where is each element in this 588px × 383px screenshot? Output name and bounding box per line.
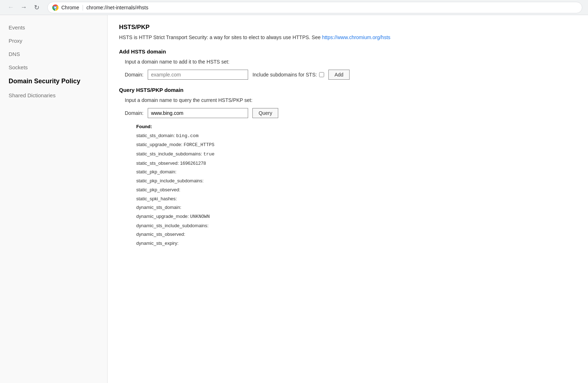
- result-found-label: Found:: [136, 122, 577, 131]
- content-area: HSTS/PKP HSTS is HTTP Strict Transport S…: [108, 15, 588, 383]
- sidebar-item-domain-security-policy[interactable]: Domain Security Policy: [0, 74, 107, 89]
- sidebar-item-dns[interactable]: DNS: [0, 47, 107, 61]
- add-domain-label: Domain:: [125, 72, 143, 78]
- separator: |: [82, 4, 84, 11]
- query-button[interactable]: Query: [252, 108, 278, 118]
- add-domain-input[interactable]: [148, 70, 248, 80]
- result-static-sts-observed: static_sts_observed: 1696261278: [136, 159, 577, 168]
- result-static-sts-include-subdomains: static_sts_include_subdomains: true: [136, 150, 577, 159]
- hsts-description: HSTS is HTTP Strict Transport Security: …: [119, 34, 577, 41]
- sidebar-item-proxy[interactable]: Proxy: [0, 34, 107, 47]
- result-static-upgrade-mode: static_upgrade_mode: FORCE_HTTPS: [136, 140, 577, 150]
- sidebar-item-sockets[interactable]: Sockets: [0, 61, 107, 74]
- query-hsts-title: Query HSTS/PKP domain: [119, 87, 577, 93]
- result-dynamic-sts-expiry: dynamic_sts_expiry:: [136, 239, 577, 248]
- sidebar: Events Proxy DNS Sockets Domain Security…: [0, 15, 108, 383]
- include-subdomains-checkbox[interactable]: [319, 72, 324, 77]
- query-results: Found: static_sts_domain: bing.com stati…: [119, 122, 577, 248]
- add-hsts-description: Input a domain name to add it to the HST…: [119, 59, 577, 65]
- url-display: chrome://net-internals/#hsts: [86, 5, 148, 10]
- page-title: HSTS/PKP: [119, 24, 577, 31]
- result-static-pkp-observed: static_pkp_observed:: [136, 186, 577, 195]
- browser-toolbar: ← → ↻ Chrome | chrome://net-internals/#h…: [0, 0, 588, 15]
- sidebar-item-shared-dictionaries[interactable]: Shared Dictionaries: [0, 89, 107, 102]
- nav-buttons: ← → ↻: [6, 3, 42, 13]
- result-static-spki-hashes: static_spki_hashes:: [136, 195, 577, 204]
- chromium-hsts-link[interactable]: https://www.chromium.org/hsts: [322, 34, 390, 40]
- chrome-icon: [52, 4, 58, 11]
- address-bar[interactable]: Chrome | chrome://net-internals/#hsts: [47, 2, 582, 13]
- result-dynamic-sts-include-subdomains: dynamic_sts_include_subdomains:: [136, 221, 577, 230]
- forward-button[interactable]: →: [19, 3, 29, 13]
- query-domain-input[interactable]: [148, 108, 248, 118]
- result-dynamic-sts-domain: dynamic_sts_domain:: [136, 203, 577, 212]
- query-domain-row: Domain: Query: [119, 108, 577, 118]
- result-static-sts-domain: static_sts_domain: bing.com: [136, 131, 577, 141]
- browser-name: Chrome: [61, 5, 79, 10]
- reload-button[interactable]: ↻: [32, 3, 42, 13]
- add-hsts-title: Add HSTS domain: [119, 48, 577, 55]
- result-static-pkp-domain: static_pkp_domain:: [136, 168, 577, 177]
- svg-point-1: [54, 6, 56, 8]
- query-domain-label: Domain:: [125, 110, 143, 116]
- add-domain-row: Domain: Include subdomains for STS: Add: [119, 70, 577, 80]
- result-dynamic-upgrade-mode: dynamic_upgrade_mode: UNKNOWN: [136, 212, 577, 221]
- sidebar-item-events[interactable]: Events: [0, 21, 107, 34]
- add-button[interactable]: Add: [328, 70, 350, 80]
- query-hsts-description: Input a domain name to query the current…: [119, 97, 577, 103]
- main-layout: Events Proxy DNS Sockets Domain Security…: [0, 15, 588, 383]
- back-button[interactable]: ←: [6, 3, 16, 13]
- result-dynamic-sts-observed: dynamic_sts_observed:: [136, 230, 577, 239]
- include-subdomains-label: Include subdomains for STS:: [252, 72, 324, 78]
- result-static-pkp-include-subdomains: static_pkp_include_subdomains:: [136, 177, 577, 186]
